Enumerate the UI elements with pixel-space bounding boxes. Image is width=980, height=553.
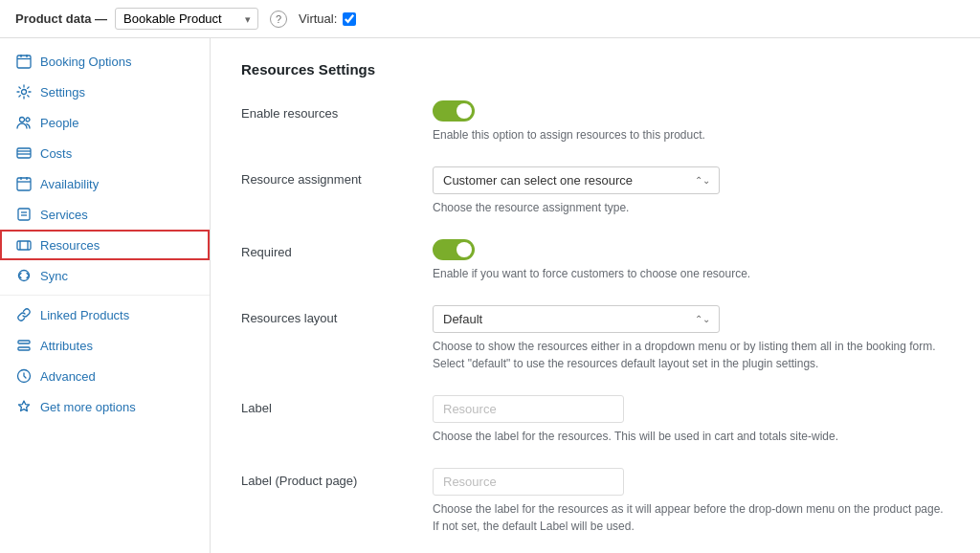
virtual-checkbox[interactable] (343, 12, 356, 26)
sidebar-item-label: Linked Products (40, 308, 129, 322)
sidebar-item-label: Attributes (40, 339, 93, 353)
sidebar: Booking Options Settings People Costs Av (0, 38, 211, 553)
required-desc: Enable if you want to force customers to… (433, 265, 949, 282)
help-icon[interactable]: ? (270, 11, 287, 28)
field-required: Required ✓ Enable if you want to force c… (241, 239, 949, 282)
sidebar-item-costs[interactable]: Costs (0, 138, 210, 168)
field-label-product-page-label: Label (Product page) (241, 468, 433, 488)
field-content-required: ✓ Enable if you want to force customers … (433, 239, 949, 282)
label-input[interactable] (433, 395, 624, 423)
product-type-wrapper: Bookable Product Simple Product Variable… (115, 8, 258, 30)
svg-rect-17 (17, 241, 31, 250)
top-bar: Product data — Bookable Product Simple P… (0, 0, 980, 38)
attributes-icon (15, 337, 33, 354)
field-content-resources-layout: Default Dropdown List Choose to show the… (433, 305, 949, 372)
advanced-icon (15, 367, 33, 385)
sidebar-item-label: Services (40, 208, 88, 222)
svg-rect-21 (18, 347, 30, 350)
sidebar-item-booking-options[interactable]: Booking Options (0, 46, 210, 77)
sidebar-item-availability[interactable]: Availability (0, 168, 210, 199)
sidebar-item-label: Booking Options (40, 55, 131, 69)
label-product-page-desc: Choose the label for the resources as it… (433, 500, 949, 535)
sidebar-item-linked-products[interactable]: Linked Products (0, 299, 210, 330)
field-label: Label Choose the label for the resources… (241, 395, 949, 445)
sidebar-item-sync[interactable]: Sync (0, 260, 210, 291)
enable-resources-toggle[interactable]: ✓ (433, 100, 475, 122)
sidebar-item-attributes[interactable]: Attributes (0, 330, 210, 361)
linked-icon (15, 306, 33, 323)
sidebar-item-get-more-options[interactable]: Get more options (0, 391, 210, 422)
people-icon (15, 114, 33, 131)
sidebar-item-settings[interactable]: Settings (0, 77, 210, 107)
sidebar-item-label: People (40, 116, 78, 130)
services-icon (15, 206, 33, 223)
sidebar-item-label: Availability (40, 177, 99, 191)
field-label-resource-assignment: Resource assignment (241, 166, 433, 187)
svg-point-4 (22, 90, 27, 95)
field-enable-resources: Enable resources ✓ Enable this option to… (241, 100, 949, 144)
required-toggle[interactable]: ✓ (433, 239, 475, 260)
svg-point-5 (20, 118, 25, 122)
availability-icon (15, 175, 33, 192)
product-type-select[interactable]: Bookable Product Simple Product Variable… (115, 8, 258, 30)
label-product-page-input[interactable] (433, 468, 624, 496)
sidebar-item-resources[interactable]: Resources (0, 230, 210, 260)
sidebar-item-services[interactable]: Services (0, 199, 210, 230)
label-desc: Choose the label for the resources. This… (433, 428, 949, 445)
resources-layout-desc: Choose to show the resources either in a… (433, 338, 949, 372)
resources-icon (15, 236, 33, 254)
resource-assignment-select[interactable]: Customer can select one resource Automat… (433, 166, 720, 194)
field-label-required: Required (241, 239, 433, 259)
field-resource-assignment: Resource assignment Customer can select … (241, 166, 949, 216)
svg-rect-0 (17, 55, 31, 68)
resource-assignment-select-wrapper: Customer can select one resource Automat… (433, 166, 720, 194)
field-content-label: Choose the label for the resources. This… (433, 395, 949, 445)
sidebar-item-label: Advanced (40, 369, 96, 384)
costs-icon (15, 144, 33, 162)
sidebar-item-label: Get more options (40, 400, 136, 414)
svg-rect-10 (17, 178, 31, 190)
sidebar-item-label: Sync (40, 269, 68, 283)
enable-resources-desc: Enable this option to assign resources t… (433, 126, 949, 144)
toggle-slider-required (433, 239, 475, 260)
sidebar-item-people[interactable]: People (0, 107, 210, 138)
star-icon (15, 398, 33, 415)
sidebar-item-label: Resources (40, 238, 100, 253)
sidebar-divider (0, 295, 210, 296)
product-data-label: Product data — (15, 11, 107, 26)
field-label-enable-resources: Enable resources (241, 100, 433, 121)
resource-assignment-desc: Choose the resource assignment type. (433, 199, 949, 216)
calendar-icon (15, 53, 33, 70)
section-title: Resources Settings (241, 61, 949, 77)
layout: Booking Options Settings People Costs Av (0, 38, 980, 553)
sidebar-item-label: Costs (40, 146, 72, 161)
field-content-resource-assignment: Customer can select one resource Automat… (433, 166, 949, 216)
resources-layout-select[interactable]: Default Dropdown List (433, 305, 720, 333)
svg-rect-20 (18, 341, 30, 343)
field-resources-layout: Resources layout Default Dropdown List C… (241, 305, 949, 372)
field-label-resources-layout: Resources layout (241, 305, 433, 325)
resources-layout-select-wrapper: Default Dropdown List (433, 305, 720, 333)
sidebar-item-label: Settings (40, 85, 85, 100)
field-content-label-product-page: Choose the label for the resources as it… (433, 468, 949, 535)
field-label-label: Label (241, 395, 433, 415)
svg-rect-14 (18, 209, 30, 220)
svg-rect-7 (17, 148, 31, 158)
field-content-enable-resources: ✓ Enable this option to assign resources… (433, 100, 949, 144)
sync-icon (15, 267, 33, 284)
virtual-label: Virtual: (299, 11, 337, 26)
svg-point-6 (26, 118, 30, 122)
sidebar-item-advanced[interactable]: Advanced (0, 361, 210, 391)
field-label-product-page: Label (Product page) Choose the label fo… (241, 468, 949, 535)
gear-icon (15, 83, 33, 100)
toggle-slider (433, 100, 475, 122)
main-content: Resources Settings Enable resources ✓ En… (211, 38, 980, 553)
